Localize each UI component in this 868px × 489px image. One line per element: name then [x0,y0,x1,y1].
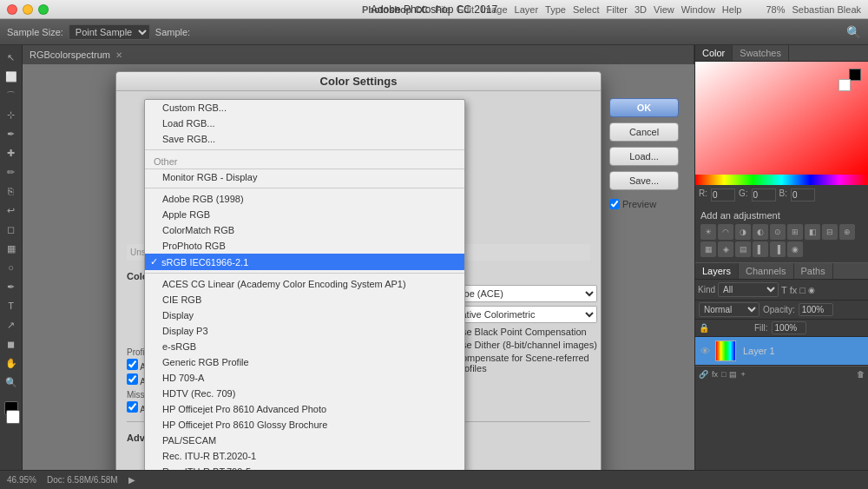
link-icon[interactable]: 🔗 [699,370,708,379]
menu-3d[interactable]: 3D [635,4,647,15]
minimize-button[interactable] [23,4,33,15]
type-tool[interactable]: T [3,297,20,314]
kind-filter-select[interactable]: All [718,282,779,297]
ask-open-cb[interactable] [127,359,138,370]
sample-size-select[interactable]: Point Sample [69,24,150,40]
bw-icon[interactable]: ◧ [805,224,820,240]
dropdown-pal-secam[interactable]: PAL/SECAM [145,433,464,448]
fill-input[interactable] [772,321,806,334]
history-tool[interactable]: ↩ [3,202,20,219]
swatches-tab[interactable]: Swatches [733,45,789,61]
dropdown-colormatch-rgb[interactable]: ColorMatch RGB [145,222,464,238]
vibrance-icon[interactable]: ◐ [753,224,768,240]
crop-tool[interactable]: ⊹ [3,106,20,123]
menu-filter[interactable]: Filter [607,4,628,15]
maximize-button[interactable] [38,4,49,15]
ok-button[interactable]: OK [609,98,679,117]
photo-filter-icon[interactable]: ⊟ [822,224,838,240]
healing-tool[interactable]: ✚ [3,144,20,162]
fx-icon[interactable]: fx [790,285,798,295]
dropdown-hp-glossy[interactable]: HP Officejet Pro 8610 Glossy Brochure [145,417,464,433]
opacity-input[interactable] [799,303,833,316]
clone-tool[interactable]: ⎘ [3,182,20,200]
dropdown-display-p3[interactable]: Display P3 [145,323,464,339]
move-tool[interactable]: ↖ [3,49,20,66]
dropdown-cie-rgb[interactable]: CIE RGB [145,292,464,307]
dropdown-apple-rgb[interactable]: Apple RGB [145,207,464,222]
eraser-tool[interactable]: ◻ [3,221,20,238]
dropdown-save-rgb[interactable]: Save RGB... [145,131,464,147]
pen-tool[interactable]: ✒ [3,278,20,295]
dropdown-aces[interactable]: ACES CG Linear (Academy Color Encoding S… [145,276,464,292]
layers-tab[interactable]: Layers [695,263,739,279]
menu-layer[interactable]: Layer [515,4,539,15]
ask-missing-cb[interactable] [127,401,138,413]
preview-checkbox[interactable] [609,199,620,209]
color-picker-gradient[interactable] [695,62,868,175]
save-button[interactable]: Save... [609,171,679,190]
hue-slider[interactable] [695,175,868,185]
shape-tool[interactable]: ◼ [3,335,20,353]
fx-btn[interactable]: fx [712,370,718,379]
dropdown-rec-bt2020[interactable]: Rec. ITU-R BT.2020-1 [145,448,464,464]
dodge-tool[interactable]: ○ [3,259,20,276]
rgb-g-input[interactable] [752,188,776,202]
dropdown-custom-rgb[interactable]: Custom RGB... [145,100,464,116]
mask-icon[interactable]: □ [799,285,806,295]
threshold-icon[interactable]: ▌ [753,241,768,257]
blend-mode-select[interactable]: Normal [699,302,760,317]
dropdown-load-rgb[interactable]: Load RGB... [145,116,464,131]
posterize-icon[interactable]: ▤ [735,241,751,257]
dropdown-e-srgb[interactable]: e-sRGB [145,339,464,354]
channel-mixer-icon[interactable]: ⊕ [839,224,855,240]
cancel-button[interactable]: Cancel [609,122,679,142]
rgb-r-input[interactable] [711,188,735,202]
dropdown-hp-advanced[interactable]: HP Officejet Pro 8610 Advanced Photo [145,401,464,417]
color-lookup-icon[interactable]: ▦ [700,241,716,257]
delete-layer-btn[interactable]: 🗑 [857,370,865,379]
path-tool[interactable]: ↗ [3,316,20,334]
menu-select[interactable]: Select [573,4,600,15]
hue-icon[interactable]: ⊙ [770,224,786,240]
menu-window[interactable]: Window [681,4,715,15]
invert-icon[interactable]: ◈ [718,241,733,257]
zoom-tool[interactable]: 🔍 [3,373,20,391]
gradient-map-icon[interactable]: ▐ [770,241,786,257]
dropdown-generic-rgb[interactable]: Generic RGB Profile [145,354,464,370]
dropdown-hd709a[interactable]: HD 709-A [145,370,464,386]
selective-color-icon[interactable]: ◉ [787,241,803,257]
dropdown-srgb[interactable]: sRGB IEC61966-2.1 [145,254,464,270]
close-button[interactable] [7,4,17,15]
rgb-b-input[interactable] [791,188,815,202]
eyedropper-tool[interactable]: ✒ [3,125,20,142]
select-tool[interactable]: ⬜ [3,68,20,85]
menu-type[interactable]: Type [545,4,566,15]
lasso-tool[interactable]: ⌒ [3,87,20,104]
brightness-icon[interactable]: ☀ [700,224,716,240]
smart-icon[interactable]: ◉ [808,286,815,294]
dropdown-hdtv-rec709[interactable]: HDTV (Rec. 709) [145,386,464,401]
mask-btn[interactable]: □ [721,370,726,379]
load-button[interactable]: Load... [609,147,679,166]
paths-tab[interactable]: Paths [794,263,833,279]
layer-1-row[interactable]: 👁 Layer 1 [695,337,868,366]
menu-view[interactable]: View [654,4,674,15]
status-arrow[interactable]: ▶ [128,475,135,485]
window-controls[interactable] [7,4,49,15]
channels-tab[interactable]: Channels [739,263,793,279]
new-layer-btn[interactable]: + [740,370,745,379]
curves-icon[interactable]: ◠ [718,224,733,240]
gradient-tool[interactable]: ▦ [3,240,20,257]
background-color[interactable] [6,410,20,424]
dropdown-display[interactable]: Display [145,307,464,323]
dropdown-rec-bt709[interactable]: Rec. ITU-R BT.709-5 [145,464,464,470]
dropdown-prophoto-rgb[interactable]: ProPhoto RGB [145,238,464,254]
brush-tool[interactable]: ✏ [3,163,20,181]
type-icon[interactable]: T [781,285,787,295]
color-tab[interactable]: Color [695,45,733,61]
menu-help[interactable]: Help [722,4,742,15]
color-balance-icon[interactable]: ⊞ [787,224,803,240]
ask-paste-cb[interactable] [127,373,138,385]
dropdown-monitor-rgb[interactable]: Monitor RGB - Display [145,169,464,185]
group-btn[interactable]: ▤ [729,370,737,379]
